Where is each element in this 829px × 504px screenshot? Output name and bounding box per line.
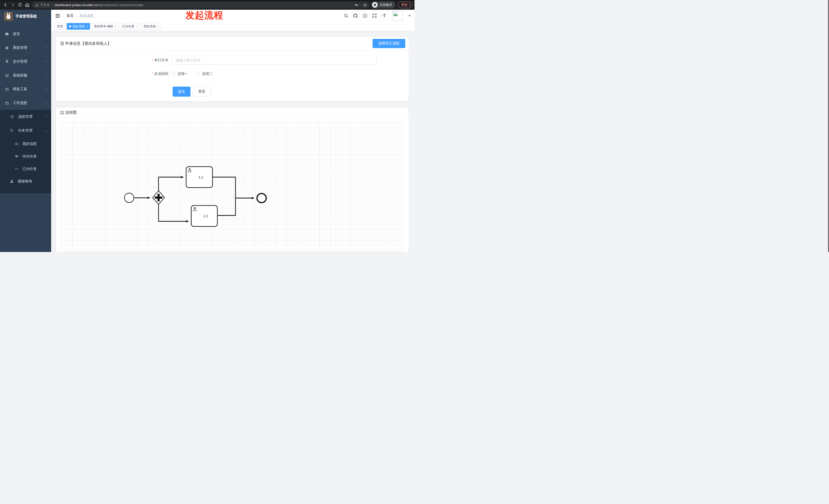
single-line-text-input[interactable] [172,56,377,65]
tag-done-tasks[interactable]: 已办任务× [120,23,140,30]
sidebar-item-label: 流程管理 [18,115,45,119]
reset-button[interactable]: 重置 [193,87,211,96]
address-bar-divider [52,3,52,7]
svg-text:?: ? [364,14,366,17]
home-icon [25,3,30,7]
robot-icon [14,142,19,146]
browser-forward-button[interactable] [9,1,16,8]
address-bar[interactable]: 不安全 dashboard.yudao.iocoder.cn/bpm/proce… [32,2,370,8]
share-tree-icon [10,128,14,133]
sidebar-item-leave-query[interactable]: 请假查询 [0,175,51,188]
task-label: 1.2 [203,214,208,218]
sidebar-item-label: 待办任务 [23,154,47,159]
checkbox-icon[interactable] [172,72,175,76]
browser-update-button[interactable]: 更新 [398,2,412,8]
close-icon[interactable]: × [114,25,116,28]
apply-info-card: 申请信息【测试多审批人】 选择其它流程 *单行文本 *多选框组 选项一 [56,37,409,102]
sidebar-item-workflow[interactable]: 工作流程 ︿ [0,96,51,110]
breadcrumb-separator: / [76,14,77,18]
picture-icon [60,111,64,115]
tag-create-process[interactable]: 发起流程× [67,23,90,30]
caret-down-icon[interactable]: ▼ [408,14,411,17]
eye-icon [14,154,19,158]
sidebar-item-system[interactable]: 系统管理 ﹀ [0,41,51,55]
sidebar-item-done-tasks[interactable]: 已办任务 [0,162,51,175]
bpmn-canvas[interactable]: 1.1 1.2 [62,122,403,252]
bookmark-star-icon[interactable] [363,3,367,7]
sidebar-collapse-button[interactable] [55,13,60,18]
browser-home-button[interactable] [24,1,31,8]
browser-toolbar: 不安全 dashboard.yudao.iocoder.cn/bpm/proce… [0,0,414,10]
active-dot [69,25,71,27]
logo-avatar [4,12,13,21]
close-icon[interactable]: × [157,25,159,28]
chevron-up-icon: ︿ [44,101,48,105]
breadcrumb-home[interactable]: 首页 [67,13,74,18]
checkbox-icon[interactable] [196,72,200,76]
sidebar-item-task-mgmt[interactable]: 任务管理 ︿ [0,124,51,138]
end-event[interactable] [257,193,266,203]
broken-image-icon [393,11,398,16]
url-text[interactable]: dashboard.yudao.iocoder.cn/bpm/process-i… [55,3,355,7]
font-size-icon[interactable]: TT [381,13,386,18]
sidebar-item-my-process[interactable]: 我的流程 [0,138,51,150]
sidebar-item-label: 基础设施 [13,73,45,78]
browser-back-button[interactable] [2,1,9,8]
monitor-icon [5,73,9,77]
sidebar-item-process-mgmt[interactable]: 流程管理 ﹀ [0,110,51,124]
not-secure-warning-icon [35,3,39,7]
sidebar-logo[interactable]: 芋道管理系统 [0,10,51,23]
sidebar-item-label: 请假查询 [17,179,47,184]
checkbox-group-row: *多选框组 选项一 选项二 [56,72,213,76]
browser-menu-icon[interactable] [410,3,410,7]
flow-card-title: 流程图 [60,110,77,115]
switch-process-button[interactable]: 选择其它流程 [372,39,405,48]
checkbox-option-2[interactable]: 选项二 [196,72,213,76]
toolbox-icon [5,87,9,91]
help-icon[interactable]: ? [362,13,367,18]
search-icon[interactable] [344,13,349,18]
url-host: dashboard.yudao.iocoder.cn [55,3,98,7]
text-field-label: *单行文本 [56,58,172,63]
tag-my-process[interactable]: 我的流程× [141,23,161,30]
flow-gateway-to-task11 [158,177,183,191]
close-icon[interactable]: × [86,25,88,28]
incognito-icon [372,2,378,8]
tag-home[interactable]: 首页 [55,23,66,30]
browser-reload-button[interactable] [16,1,24,8]
sidebar: 芋道管理系统 首页 系统管理 ﹀ ¥ 支付管理 ﹀ 基础设施 ﹀ [0,10,51,252]
main-content: 申请信息【测试多审批人】 选择其它流程 *单行文本 *多选框组 选项一 [51,31,414,252]
incognito-badge: 无痕模式 [371,1,395,8]
sidebar-item-infra[interactable]: 基础设施 ﹀ [0,69,51,82]
security-label[interactable]: 不安全 [40,3,50,7]
required-asterisk: * [152,58,153,62]
incognito-label: 无痕模式 [380,3,392,7]
chevron-down-icon: ﹀ [44,60,48,64]
start-event[interactable] [124,193,134,203]
dashboard-icon [5,32,9,36]
bpmn-diagram: 1.1 1.2 [62,122,402,252]
sidebar-item-todo-tasks[interactable]: 待办任务 [0,150,51,162]
submit-button[interactable]: 提交 [173,87,190,96]
update-label: 更新 [401,3,407,7]
sidebar-item-label: 首页 [13,32,47,36]
sidebar-item-payment[interactable]: ¥ 支付管理 ﹀ [0,55,51,69]
checkbox-option-1[interactable]: 选项一 [172,72,196,76]
password-key-icon[interactable] [354,3,359,7]
tags-view-bar: 首页 发起流程× 流程表单-编辑× 已办任务× 我的流程× [51,22,414,31]
gateway-plus-icon [157,194,159,201]
sidebar-item-devtools[interactable]: 研发工具 ﹀ [0,82,51,96]
github-icon[interactable] [353,13,358,18]
close-icon[interactable]: × [136,25,138,28]
tag-form-edit[interactable]: 流程表单-编辑× [91,23,118,30]
chevron-up-icon: ︿ [44,129,48,133]
gear-icon [5,46,9,50]
back-icon [3,3,8,7]
checkbox-group-label: *多选框组 [56,72,172,76]
sidebar-item-label: 工作流程 [13,101,45,105]
chevron-down-icon: ﹀ [44,46,48,50]
sidebar-item-home[interactable]: 首页 [0,27,51,41]
fullscreen-icon[interactable] [372,13,377,18]
avatar[interactable] [392,11,402,21]
sidebar-item-label: 研发工具 [13,87,45,91]
